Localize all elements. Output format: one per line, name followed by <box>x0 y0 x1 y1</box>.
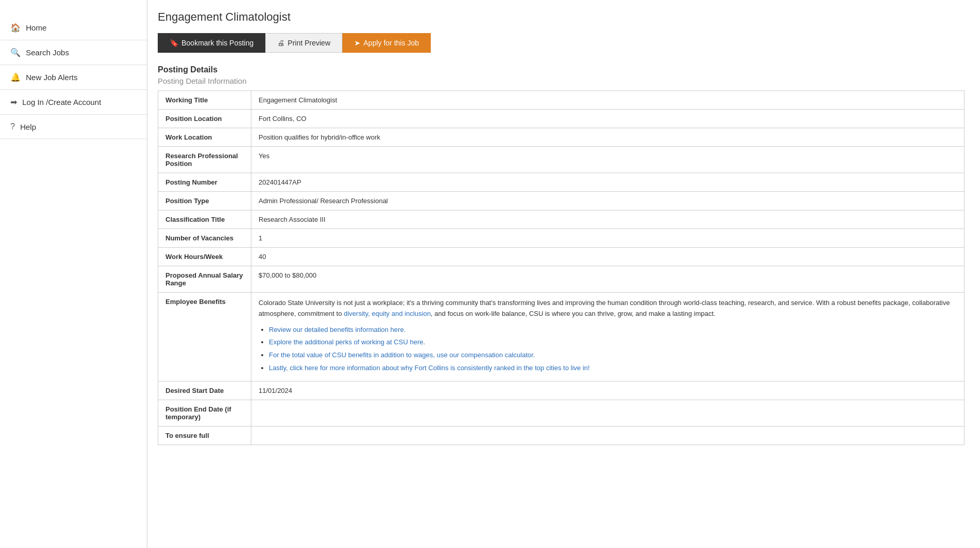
table-row: Position Type Admin Professional/ Resear… <box>158 192 964 210</box>
table-row: Work Hours/Week 40 <box>158 248 964 266</box>
print-preview-button[interactable]: 🖨 Print Preview <box>265 33 342 53</box>
row-value: Research Associate III <box>251 210 964 229</box>
row-label: Number of Vacancies <box>158 229 251 248</box>
home-icon: 🏠 <box>10 23 21 33</box>
list-item: For the total value of CSU benefits in a… <box>269 350 957 361</box>
table-row: Research Professional Position Yes <box>158 147 964 173</box>
diversity-link[interactable]: diversity, equity and inclusion <box>344 310 431 317</box>
sidebar-item-new-job-alerts[interactable]: 🔔 New Job Alerts <box>0 65 147 90</box>
row-value: Fort Collins, CO <box>251 110 964 128</box>
table-row: Classification Title Research Associate … <box>158 210 964 229</box>
benefits-link-3[interactable]: For the total value of CSU benefits in a… <box>269 351 535 359</box>
table-row: Desired Start Date 11/01/2024 <box>158 381 964 400</box>
row-label: Work Hours/Week <box>158 248 251 266</box>
row-value: 202401447AP <box>251 173 964 192</box>
apply-button[interactable]: ➤ Apply for this Job <box>342 33 431 53</box>
row-label: Classification Title <box>158 210 251 229</box>
bookmark-icon: 🔖 <box>170 39 178 47</box>
table-row: Position End Date (if temporary) <box>158 400 964 426</box>
row-label: Position Type <box>158 192 251 210</box>
row-value: 1 <box>251 229 964 248</box>
row-label: Research Professional Position <box>158 147 251 173</box>
bell-icon: 🔔 <box>10 72 21 82</box>
row-value: Position qualifies for hybrid/in-office … <box>251 128 964 147</box>
help-icon: ? <box>10 122 15 131</box>
posting-details-table: Working Title Engagement Climatologist P… <box>158 90 964 445</box>
row-label: To ensure full <box>158 426 251 445</box>
row-label: Position End Date (if temporary) <box>158 400 251 426</box>
row-value <box>251 400 964 426</box>
apply-icon: ➤ <box>354 39 360 47</box>
action-buttons: 🔖 Bookmark this Posting 🖨 Print Preview … <box>158 33 964 53</box>
row-value: $70,000 to $80,000 <box>251 266 964 293</box>
benefits-link-1[interactable]: Review our detailed benefits information… <box>269 326 405 333</box>
row-label: Working Title <box>158 91 251 110</box>
list-item: Lastly, click here for more information … <box>269 363 957 374</box>
sidebar: 🏠 Home 🔍 Search Jobs 🔔 New Job Alerts ➡ … <box>0 0 147 548</box>
list-item: Review our detailed benefits information… <box>269 325 957 336</box>
table-row: Work Location Position qualifies for hyb… <box>158 128 964 147</box>
sidebar-item-help[interactable]: ? Help <box>0 115 147 139</box>
benefits-links-list: Review our detailed benefits information… <box>269 325 957 374</box>
row-label: Proposed Annual Salary Range <box>158 266 251 293</box>
posting-details-section: Posting Details Posting Detail Informati… <box>158 65 964 445</box>
sidebar-item-login[interactable]: ➡ Log In /Create Account <box>0 90 147 115</box>
benefits-intro-text: Colorado State University is not just a … <box>259 298 957 319</box>
table-row-employee-benefits: Employee Benefits Colorado State Univers… <box>158 293 964 382</box>
employee-benefits-content: Colorado State University is not just a … <box>251 293 964 382</box>
section-title: Posting Details <box>158 65 964 74</box>
sidebar-item-home[interactable]: 🏠 Home <box>0 16 147 40</box>
table-row: To ensure full <box>158 426 964 445</box>
print-icon: 🖨 <box>277 39 284 47</box>
main-content: Engagement Climatologist 🔖 Bookmark this… <box>147 0 980 548</box>
table-row: Working Title Engagement Climatologist <box>158 91 964 110</box>
row-value: Admin Professional/ Research Professiona… <box>251 192 964 210</box>
bookmark-button[interactable]: 🔖 Bookmark this Posting <box>158 33 265 53</box>
row-label: Work Location <box>158 128 251 147</box>
benefits-link-2[interactable]: Explore the additional perks of working … <box>269 338 425 346</box>
login-icon: ➡ <box>10 97 17 107</box>
row-label: Position Location <box>158 110 251 128</box>
row-value: 40 <box>251 248 964 266</box>
table-row: Proposed Annual Salary Range $70,000 to … <box>158 266 964 293</box>
table-row: Number of Vacancies 1 <box>158 229 964 248</box>
row-label: Posting Number <box>158 173 251 192</box>
section-subtitle: Posting Detail Information <box>158 77 964 85</box>
row-value: 11/01/2024 <box>251 381 964 400</box>
page-title: Engagement Climatologist <box>158 10 964 24</box>
benefits-link-4[interactable]: Lastly, click here for more information … <box>269 364 590 372</box>
table-row: Posting Number 202401447AP <box>158 173 964 192</box>
row-value <box>251 426 964 445</box>
employee-benefits-label: Employee Benefits <box>158 293 251 382</box>
table-row: Position Location Fort Collins, CO <box>158 110 964 128</box>
search-icon: 🔍 <box>10 48 21 57</box>
list-item: Explore the additional perks of working … <box>269 337 957 348</box>
row-value: Yes <box>251 147 964 173</box>
row-label: Desired Start Date <box>158 381 251 400</box>
row-value: Engagement Climatologist <box>251 91 964 110</box>
sidebar-item-search-jobs[interactable]: 🔍 Search Jobs <box>0 40 147 65</box>
